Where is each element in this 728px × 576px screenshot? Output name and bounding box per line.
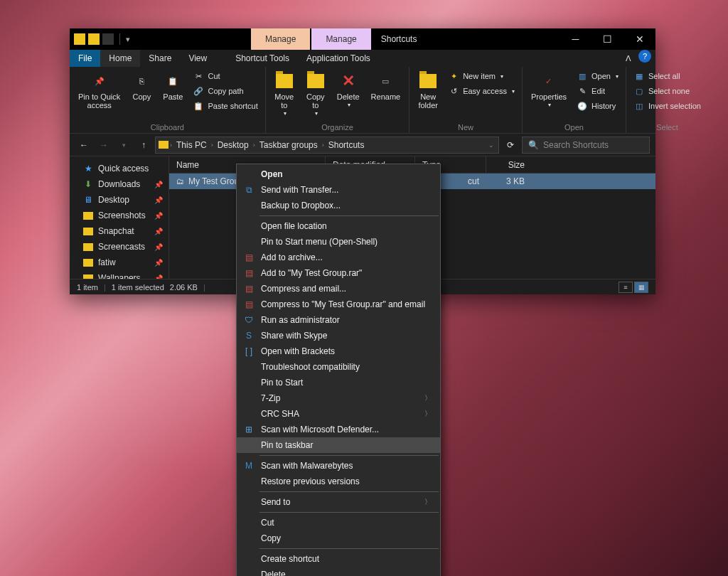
newitem-button[interactable]: ✦New item▾	[446, 70, 516, 82]
status-selected: 1 item selected	[112, 283, 164, 292]
ctx-run-admin[interactable]: 🛡Run as administrator	[237, 312, 440, 328]
ctx-add-rar[interactable]: ▤Add to "My Test Group.rar"	[237, 265, 440, 281]
ctx-compress-rar-email[interactable]: ▤Compress to "My Test Group.rar" and ema…	[237, 297, 440, 312]
winrar-icon: ▤	[243, 267, 255, 279]
selectall-button[interactable]: ▦Select all	[632, 70, 702, 82]
ctx-backup-dropbox[interactable]: Backup to Dropbox...	[237, 198, 440, 213]
properties-button[interactable]: ✓Properties▾	[528, 70, 569, 110]
ctx-defender[interactable]: ⊞Scan with Microsoft Defender...	[237, 422, 440, 437]
sidebar-desktop[interactable]: 🖥Desktop📌	[70, 192, 168, 208]
crumb-thispc[interactable]: This PC	[173, 140, 210, 150]
ctx-sendto[interactable]: Send to〉	[237, 494, 440, 510]
nav-forward-button[interactable]: →	[95, 137, 112, 154]
open-button[interactable]: ▥Open▾	[575, 70, 620, 82]
crumb-taskbar[interactable]: Taskbar groups	[257, 140, 321, 150]
col-size[interactable]: Size	[486, 156, 532, 173]
selectnone-button[interactable]: ▢Select none	[632, 85, 702, 97]
context-menu: Open ⧉Send with Transfer... Backup to Dr…	[236, 164, 441, 576]
sidebar-quickaccess[interactable]: ★Quick access	[70, 161, 168, 176]
folder-icon	[82, 272, 94, 279]
copypath-button[interactable]: 🔗Copy path	[191, 85, 259, 97]
ctx-copy[interactable]: Copy	[237, 530, 440, 546]
ctx-cut[interactable]: Cut	[237, 515, 440, 530]
folder-icon	[159, 141, 168, 149]
help-icon[interactable]: ?	[638, 50, 651, 63]
close-button[interactable]: ✕	[623, 28, 655, 50]
ribbon-group-organize: Move to▾ Copy to▾ ✕Delete▾ ▭Rename Organ…	[266, 67, 410, 133]
history-button[interactable]: 🕘History	[575, 100, 620, 112]
download-icon: ⬇	[82, 178, 94, 190]
menu-file[interactable]: File	[70, 50, 100, 67]
crumb-shortcuts[interactable]: Shortcuts	[326, 140, 368, 150]
search-input[interactable]: 🔍 Search Shortcuts	[522, 137, 650, 154]
ctx-skype[interactable]: SShare with Skype	[237, 328, 440, 343]
ctx-pin-taskbar[interactable]: Pin to taskbar	[237, 437, 440, 453]
view-icons-button[interactable]: ▦	[634, 282, 648, 293]
ctx-pin-start-openshell[interactable]: Pin to Start menu (Open-Shell)	[237, 234, 440, 250]
ctx-add-archive[interactable]: ▤Add to archive...	[237, 250, 440, 265]
easyaccess-button[interactable]: ↺Easy access▾	[446, 85, 516, 97]
newfolder-button[interactable]: New folder	[415, 70, 441, 111]
copyto-button[interactable]: Copy to▾	[303, 70, 328, 119]
menu-shortcut-tools[interactable]: Shortcut Tools	[227, 50, 298, 67]
ctx-pin-start[interactable]: Pin to Start	[237, 375, 440, 390]
sidebar-screencasts[interactable]: Screencasts📌	[70, 239, 168, 255]
ribbon-collapse-icon[interactable]: ᐱ	[626, 50, 631, 67]
view-details-button[interactable]: ≡	[619, 282, 633, 293]
sidebar-fatiw[interactable]: fatiw📌	[70, 255, 168, 270]
nav-back-button[interactable]: ←	[75, 137, 92, 154]
qat-dropdown-icon[interactable]: ▾	[126, 35, 130, 44]
ctx-7zip[interactable]: 7-Zip〉	[237, 390, 440, 406]
invertselection-button[interactable]: ◫Invert selection	[632, 100, 702, 112]
qat-icon-2[interactable]	[102, 33, 114, 45]
defender-icon: ⊞	[243, 424, 255, 435]
pin-icon: 📌	[154, 243, 163, 251]
ctx-restore[interactable]: Restore previous versions	[237, 474, 440, 489]
nav-recent-button[interactable]: ▾	[115, 137, 132, 154]
ctx-brackets[interactable]: [ ]Open with Brackets	[237, 343, 440, 359]
ctx-open[interactable]: Open	[237, 166, 440, 182]
ctx-send-transfer[interactable]: ⧉Send with Transfer...	[237, 182, 440, 198]
ribbon-group-clipboard: 📌Pin to Quick access ⎘Copy 📋Paste ✂Cut 🔗…	[70, 67, 266, 133]
ctx-open-location[interactable]: Open file location	[237, 218, 440, 234]
ctx-delete[interactable]: Delete	[237, 567, 440, 576]
pin-icon: 📌	[154, 212, 163, 220]
menu-view[interactable]: View	[180, 50, 215, 67]
moveto-button[interactable]: Move to▾	[272, 70, 297, 119]
sidebar-snapchat[interactable]: Snapchat📌	[70, 223, 168, 239]
paste-shortcut-button[interactable]: 📋Paste shortcut	[191, 100, 259, 112]
sidebar-wallpapers[interactable]: Wallpapers📌	[70, 270, 168, 279]
pin-icon: 📌	[154, 228, 163, 235]
edit-button[interactable]: ✎Edit	[575, 85, 620, 97]
qat-icon-1[interactable]	[88, 33, 100, 45]
minimize-button[interactable]: ─	[560, 28, 592, 50]
sidebar-screenshots[interactable]: Screenshots📌	[70, 208, 168, 223]
nav-up-button[interactable]: ↑	[135, 137, 152, 154]
breadcrumb[interactable]: › This PC› Desktop› Taskbar groups› Shor…	[155, 137, 499, 154]
breadcrumb-dropdown-icon[interactable]: ⌄	[484, 142, 498, 149]
refresh-button[interactable]: ⟳	[502, 137, 519, 154]
paste-button[interactable]: 📋Paste	[160, 70, 186, 102]
sidebar-downloads[interactable]: ⬇Downloads📌	[70, 176, 168, 192]
pin-quickaccess-button[interactable]: 📌Pin to Quick access	[75, 70, 123, 111]
tooltab-manage-shortcut[interactable]: Manage	[251, 28, 310, 50]
cut-button[interactable]: ✂Cut	[191, 70, 259, 82]
menu-home[interactable]: Home	[100, 50, 140, 67]
tooltab-manage-app[interactable]: Manage	[311, 28, 370, 50]
maximize-button[interactable]: ☐	[592, 28, 623, 50]
delete-button[interactable]: ✕Delete▾	[334, 70, 363, 110]
ctx-crcsha[interactable]: CRC SHA〉	[237, 406, 440, 422]
sidebar: ★Quick access ⬇Downloads📌 🖥Desktop📌 Scre…	[70, 156, 169, 279]
ctx-troubleshoot[interactable]: Troubleshoot compatibility	[237, 359, 440, 375]
ribbon-group-select: ▦Select all ▢Select none ◫Invert selecti…	[626, 67, 708, 133]
rename-button[interactable]: ▭Rename	[368, 70, 404, 102]
copy-button[interactable]: ⎘Copy	[129, 70, 154, 102]
ribbon-label-organize: Organize	[272, 122, 403, 133]
ctx-create-shortcut[interactable]: Create shortcut	[237, 551, 440, 567]
menu-share[interactable]: Share	[140, 50, 180, 67]
crumb-desktop[interactable]: Desktop	[215, 140, 252, 150]
menu-app-tools[interactable]: Application Tools	[298, 50, 379, 67]
ctx-malwarebytes[interactable]: MScan with Malwarebytes	[237, 458, 440, 474]
search-placeholder: Search Shortcuts	[543, 140, 609, 150]
ctx-compress-email[interactable]: ▤Compress and email...	[237, 281, 440, 297]
